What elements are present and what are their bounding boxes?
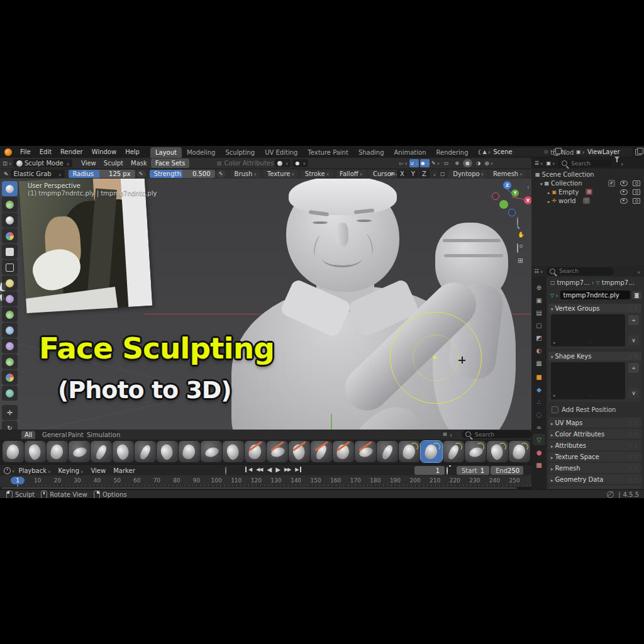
brush-thumb-draw[interactable] — [25, 441, 46, 462]
drag-dots-icon[interactable]: ⋮⋮ — [628, 477, 639, 482]
menu-edit[interactable]: Edit — [35, 148, 56, 155]
timeline-menu-view[interactable]: View — [87, 467, 109, 474]
menu-mask[interactable]: Mask — [127, 160, 151, 167]
brush-thumb-blob[interactable] — [3, 441, 24, 462]
brush-thumb-snake[interactable] — [135, 441, 156, 462]
hide-eye-icon[interactable] — [620, 198, 628, 204]
disable-render-icon[interactable] — [633, 189, 640, 195]
remesh-header[interactable]: Remesh⋮⋮ — [548, 463, 641, 473]
brush-popover[interactable]: Brush — [231, 170, 260, 178]
brush-thumb-clay-strips[interactable] — [91, 441, 112, 462]
tab-scene-icon[interactable]: ◩ — [533, 332, 545, 343]
outliner-search-input[interactable] — [570, 160, 600, 167]
brush-thumb-clay[interactable] — [69, 441, 90, 462]
vertex-groups-list[interactable]: ▸ ⋯ — [551, 314, 625, 347]
timeline-menu-playback[interactable]: Playback — [14, 467, 54, 474]
brush-thumb-cone[interactable] — [377, 441, 398, 462]
axis-x-ball[interactable]: X — [524, 196, 531, 204]
show-overlays-icon[interactable]: ⊕ — [452, 159, 462, 167]
snap-magnet-icon[interactable]: ∪ — [409, 159, 419, 167]
tool-mask-by-color[interactable] — [2, 370, 18, 385]
menu-window[interactable]: Window — [87, 148, 121, 155]
add-shape-key-button[interactable]: ＋ — [628, 363, 639, 373]
play-icon[interactable]: ▶ — [274, 466, 282, 473]
tiling-icon[interactable]: ▢ — [438, 170, 447, 178]
drag-dots-icon[interactable]: ⋮⋮ — [628, 353, 639, 359]
expand-icon[interactable] — [548, 197, 550, 204]
tab-physics-icon[interactable]: ◌ — [533, 409, 545, 420]
fake-user-shield-icon[interactable]: ◙ — [632, 291, 641, 299]
tab-object-data-icon[interactable]: ▽ — [533, 434, 545, 445]
workspace-tab-animation[interactable]: Animation — [389, 147, 431, 158]
falloff-popover[interactable]: Falloff — [336, 170, 366, 178]
brush-thumb-boundary[interactable] — [399, 441, 420, 462]
tool-mesh-filter[interactable] — [2, 307, 18, 322]
mode-dropdown[interactable]: Sculpt Mode — [13, 159, 72, 167]
annotate-pen-icon[interactable]: ✎ — [431, 159, 440, 167]
shading-rendered-icon[interactable]: ◍ — [484, 159, 494, 167]
outliner-search[interactable] — [558, 160, 612, 167]
tab-world-icon[interactable]: ◐ — [533, 345, 545, 356]
workspace-tab-modeling[interactable]: Modeling — [182, 147, 221, 158]
jump-to-start-icon[interactable]: ◀ — [245, 467, 253, 472]
brush-thumb-snake-hook[interactable] — [443, 441, 464, 462]
brush-thumb-nudge[interactable] — [465, 441, 486, 462]
tool-draw-sharp[interactable] — [2, 197, 18, 212]
workspace-tab-uv-editing[interactable]: UV Editing — [260, 147, 303, 158]
drag-dots-icon[interactable]: ⋮⋮ — [628, 420, 639, 426]
blender-logo-icon[interactable] — [4, 148, 12, 156]
texture-space-header[interactable]: Texture Space⋮⋮ — [548, 452, 641, 462]
playhead-badge[interactable]: 1 — [11, 477, 25, 484]
tool-line-project[interactable] — [2, 291, 18, 306]
brush-thumb-trim[interactable] — [333, 441, 354, 462]
tool-cloth[interactable] — [2, 323, 18, 338]
shading-solid-icon[interactable]: ● — [463, 159, 472, 167]
outliner-row-empty[interactable]: ▣ Empty ▨ — [535, 187, 644, 196]
timeline-menu-keying[interactable]: Keying — [54, 467, 87, 474]
strength-pressure-icon[interactable]: ✎ — [216, 170, 226, 178]
drag-dots-icon[interactable]: ⋮⋮ — [628, 454, 639, 460]
menu-help[interactable]: Help — [121, 148, 144, 155]
tool-color-filter[interactable] — [2, 338, 18, 353]
brush-thumb-fill[interactable] — [289, 441, 310, 462]
frame-start-field[interactable]: Start1 — [457, 466, 489, 475]
data-name-field[interactable]: tmpmp7ndntc.ply — [560, 291, 630, 299]
workspace-tab-sculpting[interactable]: Sculpting — [220, 147, 260, 158]
brush-thumb-grab-silhouette[interactable] — [223, 441, 244, 462]
disable-render-icon[interactable] — [633, 180, 640, 186]
vertex-groups-header[interactable]: Vertex Groups ⋮⋮ — [548, 304, 641, 313]
drag-dots-icon[interactable]: ⋮⋮ — [628, 465, 639, 471]
brush-thumb-pinch[interactable] — [201, 441, 222, 462]
add-rest-position-checkbox[interactable] — [552, 406, 558, 413]
play-reverse-icon[interactable]: ◀ — [265, 466, 273, 473]
tab-view-layer-icon[interactable]: ▢ — [533, 319, 545, 331]
falloff-shape-dropdown[interactable]: ● — [292, 159, 308, 167]
properties-search-input[interactable] — [558, 267, 601, 275]
brush-thumb-flatten[interactable] — [245, 441, 266, 462]
menu-file[interactable]: File — [16, 148, 35, 155]
tool-clay[interactable] — [2, 213, 18, 228]
editor-type-icon[interactable]: ◫ — [3, 159, 12, 167]
outliner-display-mode-icon[interactable]: ▣ — [546, 159, 555, 167]
hide-eye-icon[interactable] — [620, 180, 628, 186]
axis-neg-y-ball[interactable] — [499, 200, 508, 209]
timeline-ruler[interactable]: 1020304050607080901001101201301401501601… — [0, 475, 531, 487]
dyntopo-popover[interactable]: Dyntopo — [449, 170, 487, 178]
tab-texture-icon[interactable]: ▩ — [533, 459, 545, 470]
tab-modifiers-icon[interactable]: ◆ — [533, 384, 545, 395]
brush-thumb-crease[interactable] — [113, 441, 134, 462]
shelf-search[interactable] — [462, 430, 532, 438]
axis-y-ball[interactable]: Y — [511, 189, 519, 197]
current-frame-field[interactable]: 1 — [414, 466, 445, 475]
drag-dots-icon[interactable]: ⋮⋮ — [628, 443, 639, 448]
brush-thumb-smear[interactable] — [157, 441, 178, 462]
menu-view[interactable]: View — [77, 160, 100, 167]
timeline-menu-marker[interactable]: Marker — [109, 467, 139, 474]
tool-mask-box[interactable] — [2, 244, 18, 259]
uv-maps-header[interactable]: UV Maps⋮⋮ — [548, 418, 641, 428]
shelf-tab-simulation[interactable]: Simulation — [84, 431, 123, 439]
stroke-popover[interactable]: Stroke — [301, 170, 333, 178]
mirror-y-toggle[interactable]: Y — [408, 170, 419, 178]
workspace-tab-rendering[interactable]: Rendering — [431, 147, 473, 158]
reference-photo[interactable] — [19, 179, 152, 313]
